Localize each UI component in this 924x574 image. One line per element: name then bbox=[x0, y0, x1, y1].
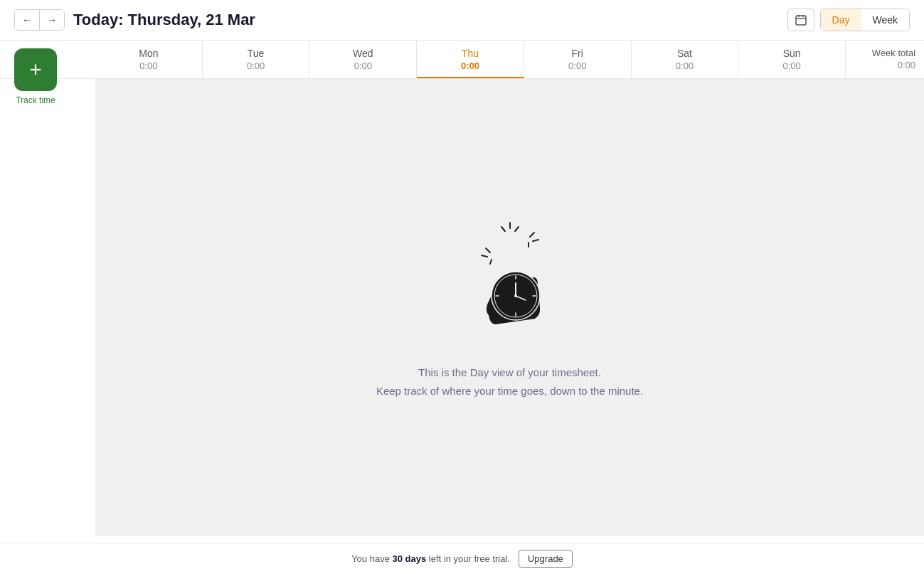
nav-forward-button[interactable]: → bbox=[40, 10, 64, 30]
day-col-sat[interactable]: Sat 0:00 bbox=[632, 41, 739, 78]
track-time-label: Track time bbox=[16, 95, 55, 105]
day-name-tue: Tue bbox=[208, 48, 304, 59]
svg-line-10 bbox=[486, 248, 490, 253]
svg-line-11 bbox=[482, 255, 487, 257]
header: ← → Today: Thursday, 21 Mar Day Week bbox=[0, 0, 924, 41]
week-total-col: Week total 0:00 bbox=[846, 41, 924, 78]
day-name-sat: Sat bbox=[637, 48, 733, 59]
day-hours-mon: 0:00 bbox=[101, 60, 196, 71]
empty-line1: This is the Day view of your timesheet. bbox=[376, 363, 643, 382]
day-name-mon: Mon bbox=[101, 48, 196, 59]
week-row: Mon 0:00 Tue 0:00 Wed 0:00 Thu 0:00 Fri … bbox=[0, 41, 924, 79]
day-hours-sun: 0:00 bbox=[744, 60, 839, 71]
nav-back-button[interactable]: ← bbox=[15, 10, 40, 30]
svg-rect-0 bbox=[796, 16, 806, 25]
day-hours-wed: 0:00 bbox=[315, 60, 410, 71]
day-view-button[interactable]: Day bbox=[821, 9, 861, 31]
empty-line2: Keep track of where your time goes, down… bbox=[376, 382, 643, 400]
week-total-value: 0:00 bbox=[854, 60, 915, 70]
svg-line-5 bbox=[501, 227, 505, 231]
bottom-bar: You have 30 days left in your free trial… bbox=[0, 543, 924, 574]
week-total-label: Week total bbox=[854, 48, 915, 58]
page-title: Today: Thursday, 21 Mar bbox=[73, 11, 255, 29]
svg-line-7 bbox=[530, 233, 534, 237]
svg-line-6 bbox=[515, 227, 519, 231]
week-view-button[interactable]: Week bbox=[861, 9, 909, 31]
day-name-wed: Wed bbox=[315, 48, 410, 59]
track-time-column: + Track time bbox=[14, 48, 57, 105]
day-hours-tue: 0:00 bbox=[208, 60, 304, 71]
calendar-icon-button[interactable] bbox=[787, 9, 814, 31]
day-hours-fri: 0:00 bbox=[530, 60, 625, 71]
day-name-fri: Fri bbox=[530, 48, 625, 59]
trial-text: You have 30 days left in your free trial… bbox=[351, 553, 510, 564]
main-content-area: This is the Day view of your timesheet. … bbox=[95, 79, 924, 536]
day-hours-sat: 0:00 bbox=[637, 60, 733, 71]
calendar-icon bbox=[795, 14, 807, 26]
day-name-thu: Thu bbox=[423, 48, 518, 59]
add-time-button[interactable]: + bbox=[14, 48, 57, 91]
empty-state-text: This is the Day view of your timesheet. … bbox=[376, 363, 643, 400]
svg-line-12 bbox=[490, 260, 492, 264]
day-col-mon[interactable]: Mon 0:00 bbox=[95, 41, 203, 78]
empty-illustration bbox=[446, 216, 574, 346]
day-col-thu[interactable]: Thu 0:00 bbox=[417, 41, 524, 78]
timesheet-illustration bbox=[446, 216, 574, 344]
nav-buttons: ← → bbox=[14, 9, 65, 31]
day-hours-thu: 0:00 bbox=[423, 60, 518, 71]
day-col-tue[interactable]: Tue 0:00 bbox=[203, 41, 310, 78]
day-col-fri[interactable]: Fri 0:00 bbox=[524, 41, 632, 78]
view-toggle: Day Week bbox=[820, 9, 910, 31]
day-col-wed[interactable]: Wed 0:00 bbox=[309, 41, 417, 78]
svg-line-8 bbox=[533, 240, 538, 241]
day-name-sun: Sun bbox=[744, 48, 839, 59]
upgrade-button[interactable]: Upgrade bbox=[519, 550, 573, 568]
plus-icon: + bbox=[29, 59, 42, 80]
svg-point-21 bbox=[514, 294, 517, 297]
day-col-sun[interactable]: Sun 0:00 bbox=[738, 41, 846, 78]
